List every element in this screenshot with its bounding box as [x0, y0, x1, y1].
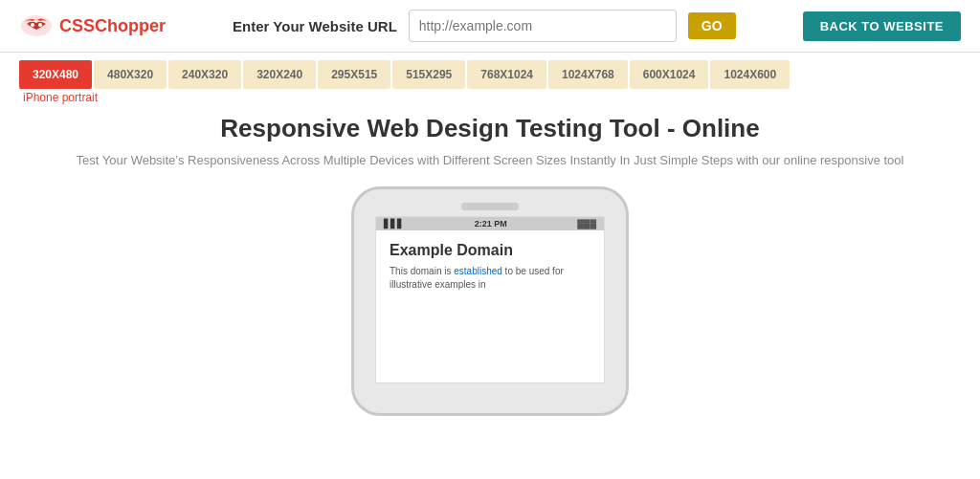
logo-css: CSS — [59, 16, 95, 35]
res-btn-320x480[interactable]: 320X480 — [19, 60, 92, 89]
phone-screen: ▋▋▋ 2:21 PM ▓▓▓ Example Domain This doma… — [375, 216, 605, 383]
logo-chopper: Chopper — [95, 16, 166, 35]
resolution-bar-container: 320X480 480X320 240X320 320X240 295X515 … — [0, 53, 980, 104]
phone-content-highlight: established — [454, 266, 502, 276]
header: CSSChopper Enter Your Website URL GO BAC… — [0, 0, 980, 53]
res-btn-295x515[interactable]: 295X515 — [318, 60, 390, 89]
phone-speaker — [461, 203, 519, 210]
url-input[interactable] — [409, 10, 677, 42]
logo-icon — [19, 12, 54, 39]
phone-content: Example Domain This domain is establishe… — [376, 230, 604, 303]
res-btn-1024x600[interactable]: 1024X600 — [710, 60, 790, 89]
res-btn-515x295[interactable]: 515X295 — [392, 60, 465, 89]
phone-battery: ▓▓▓ — [577, 219, 596, 229]
resolution-label: iPhone portrait — [23, 91, 961, 104]
url-section: Enter Your Website URL GO — [166, 10, 803, 42]
main-content: Responsive Web Design Testing Tool - Onl… — [0, 104, 980, 416]
res-btn-240x320[interactable]: 240X320 — [168, 60, 241, 89]
res-btn-1024x768[interactable]: 1024X768 — [548, 60, 628, 89]
phone-signal: ▋▋▋ — [384, 219, 404, 229]
svg-point-2 — [38, 23, 42, 27]
phone-container: ▋▋▋ 2:21 PM ▓▓▓ Example Domain This doma… — [57, 186, 923, 416]
res-btn-320x240[interactable]: 320X240 — [243, 60, 316, 89]
page-title: Responsive Web Design Testing Tool - Onl… — [57, 114, 923, 143]
phone-status-bar: ▋▋▋ 2:21 PM ▓▓▓ — [376, 217, 604, 230]
phone-content-title: Example Domain — [390, 242, 590, 259]
page-subtitle: Test Your Website’s Responsiveness Acros… — [57, 153, 923, 167]
res-btn-600x1024[interactable]: 600X1024 — [630, 60, 709, 89]
url-label: Enter Your Website URL — [233, 18, 397, 34]
phone-mockup: ▋▋▋ 2:21 PM ▓▓▓ Example Domain This doma… — [351, 186, 629, 416]
go-button[interactable]: GO — [688, 12, 736, 39]
logo-text: CSSChopper — [59, 16, 166, 36]
resolution-buttons-row: 320X480 480X320 240X320 320X240 295X515 … — [19, 60, 961, 89]
svg-point-1 — [31, 23, 34, 27]
back-to-website-button[interactable]: BACK TO WEBSITE — [803, 11, 961, 41]
logo-area: CSSChopper — [19, 12, 166, 39]
res-btn-480x320[interactable]: 480X320 — [94, 60, 167, 89]
phone-time: 2:21 PM — [475, 219, 507, 229]
phone-content-text: This domain is established to be used fo… — [390, 265, 590, 292]
res-btn-768x1024[interactable]: 768X1024 — [467, 60, 546, 89]
